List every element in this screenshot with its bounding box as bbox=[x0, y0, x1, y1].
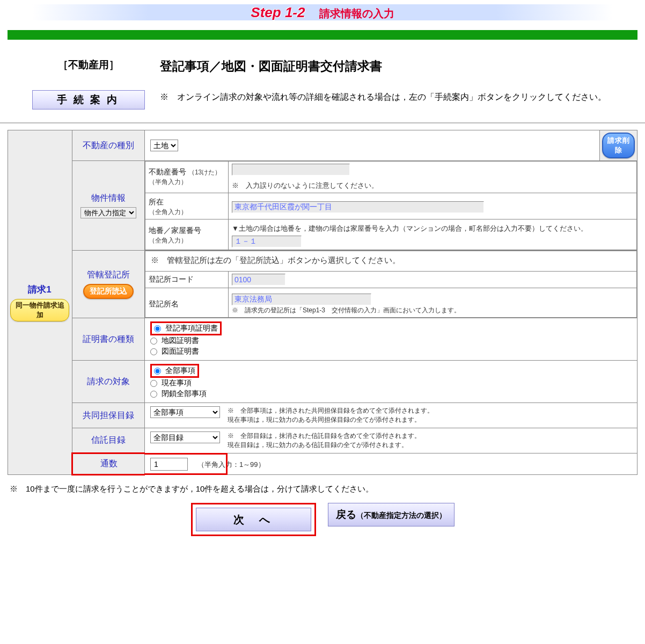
jurisdiction-note-bottom: ※ 請求先の登記所は「Step1-3 交付情報の入力」画面において入力します。 bbox=[232, 306, 460, 314]
target-value-cell: 全部事項 現在事項 閉鎖全部事項 bbox=[145, 361, 637, 403]
next-button[interactable]: 次へ bbox=[196, 508, 311, 531]
location-sub: （全角入力） bbox=[149, 208, 187, 216]
cert-opt1-radio[interactable] bbox=[154, 325, 161, 332]
jurisdiction-value-cell: ※ 管轄登記所は左の「登記所読込」ボタンから選択してください。 登記所コード 登… bbox=[145, 251, 637, 318]
target-opt1-radio[interactable] bbox=[154, 368, 161, 375]
trust-note: ※ 全部目録は，抹消された信託目録を含めて全て添付されます。 現在目録は，現に効… bbox=[228, 431, 421, 450]
cert-opt2-label: 地図証明書 bbox=[162, 336, 199, 346]
location-input[interactable] bbox=[232, 201, 484, 213]
target-label-cell: 請求の対象 bbox=[72, 361, 145, 403]
joint-note: ※ 全部事項は，抹消された共同担保目録を含めて全て添付されます。 現在事項は，現… bbox=[228, 406, 434, 425]
property-value-cell: 不動産番号 （13けた） （半角入力） ※ 入力誤りのないように注意してください… bbox=[145, 161, 637, 251]
kind-value-cell: 土地 bbox=[145, 130, 600, 161]
trust-select[interactable]: 全部目録 bbox=[150, 431, 220, 443]
property-label: 物件情報 bbox=[75, 193, 142, 204]
cert-type-label-cell: 証明書の種類 bbox=[72, 318, 145, 361]
trust-label: 信託目録 bbox=[91, 435, 126, 444]
lot-label: 地番／家屋番号 bbox=[149, 226, 201, 235]
guide-button[interactable]: 手続案内 bbox=[32, 90, 145, 109]
lot-note: ▼土地の場合は地番を，建物の場合は家屋番号を入力（マンションの場合，町名部分は入… bbox=[232, 224, 633, 233]
back-button[interactable]: 戻る（不動産指定方法の選択） bbox=[328, 503, 455, 526]
step-title: Step 1-2 bbox=[251, 4, 305, 20]
footer-note: ※ 10件まで一度に請求を行うことができますが，10件を超える場合は，分けて請求… bbox=[10, 484, 635, 494]
header-note: ※ オンライン請求の対象や流れ等の詳細を確認される場合は，左の「手続案内」ボタン… bbox=[160, 90, 613, 105]
trust-value-cell: 全部目録 ※ 全部目録は，抹消された信託目録を含めて全て添付されます。 現在目録… bbox=[145, 428, 637, 453]
jurisdiction-note-top: ※ 管轄登記所は左の「登記所読込」ボタンから選択してください。 bbox=[151, 255, 400, 265]
cert-opt2-row[interactable]: 地図証明書 bbox=[150, 335, 632, 346]
cert-type-label: 証明書の種類 bbox=[83, 334, 134, 343]
target-label: 請求の対象 bbox=[87, 377, 130, 386]
office-name-label: 登記所名 bbox=[149, 299, 179, 308]
step-subtitle: 請求情報の入力 bbox=[319, 8, 394, 19]
property-label-cell: 物件情報 物件入力指定 bbox=[72, 161, 145, 251]
request-table: 請求1 同一物件請求追加 不動産の種別 土地 請求削除 物件情報 物件入力指定 bbox=[8, 130, 637, 475]
step-banner: Step 1-2 請求情報の入力 bbox=[32, 4, 613, 20]
property-mode-select[interactable]: 物件入力指定 bbox=[80, 207, 136, 218]
form-title: 登記事項／地図・図面証明書交付請求書 bbox=[160, 58, 613, 75]
divider bbox=[0, 122, 645, 123]
copies-value-cell: （半角入力：1～99） bbox=[145, 453, 637, 475]
prop-number-label: 不動産番号 bbox=[149, 167, 186, 176]
office-code-input[interactable] bbox=[232, 274, 285, 286]
office-name-input[interactable] bbox=[232, 294, 371, 305]
copies-label-cell: 通数 bbox=[72, 453, 145, 475]
target-opt2-label: 現在事項 bbox=[162, 378, 192, 388]
same-property-add-button[interactable]: 同一物件請求追加 bbox=[10, 299, 69, 321]
cert-opt1-label: 登記事項証明書 bbox=[165, 324, 218, 333]
target-opt3-radio[interactable] bbox=[150, 391, 157, 398]
cert-opt3-row[interactable]: 図面証明書 bbox=[150, 346, 632, 357]
back-sub: （不動産指定方法の選択） bbox=[356, 511, 446, 519]
cert-opt2-radio[interactable] bbox=[150, 338, 157, 345]
lot-sub: （全角入力） bbox=[149, 237, 187, 244]
target-opt1-label: 全部事項 bbox=[165, 366, 195, 376]
next-highlight: 次へ bbox=[191, 503, 316, 536]
joint-label: 共同担保目録 bbox=[83, 411, 134, 420]
copies-label: 通数 bbox=[100, 459, 118, 468]
target-opt3-label: 閉鎖全部事項 bbox=[162, 389, 207, 399]
joint-select[interactable]: 全部事項 bbox=[150, 406, 220, 418]
section-bar bbox=[8, 30, 637, 40]
trust-label-cell: 信託目録 bbox=[72, 428, 145, 453]
prop-number-sub: （半角入力） bbox=[149, 178, 187, 186]
joint-label-cell: 共同担保目録 bbox=[72, 403, 145, 428]
office-code-label: 登記所コード bbox=[149, 275, 194, 283]
joint-value-cell: 全部事項 ※ 全部事項は，抹消された共同担保目録を含めて全て添付されます。 現在… bbox=[145, 403, 637, 428]
request-cell: 請求1 同一物件請求追加 bbox=[8, 130, 72, 475]
load-office-button[interactable]: 登記所読込 bbox=[83, 284, 134, 299]
target-opt2-row[interactable]: 現在事項 bbox=[150, 378, 632, 389]
prop-number-hint: （13けた） bbox=[188, 169, 221, 176]
jurisdiction-label: 管轄登記所 bbox=[75, 269, 142, 281]
prop-number-input[interactable] bbox=[232, 164, 350, 175]
delete-cell: 請求削除 bbox=[600, 130, 637, 161]
back-label: 戻る bbox=[336, 509, 356, 520]
cert-opt3-radio[interactable] bbox=[150, 348, 157, 355]
kind-label: 不動産の種別 bbox=[83, 141, 134, 150]
location-label: 所在 bbox=[149, 197, 164, 206]
target-opt2-radio[interactable] bbox=[150, 380, 157, 387]
request-label: 請求1 bbox=[10, 283, 69, 296]
cert-opt1-row[interactable]: 登記事項証明書 bbox=[154, 323, 218, 334]
bracket-title: ［不動産用］ bbox=[32, 58, 145, 72]
prop-number-note: ※ 入力誤りのないように注意してください。 bbox=[232, 181, 633, 191]
jurisdiction-label-cell: 管轄登記所 登記所読込 bbox=[72, 251, 145, 318]
target-opt3-row[interactable]: 閉鎖全部事項 bbox=[150, 389, 632, 399]
cert-opt3-label: 図面証明書 bbox=[162, 347, 199, 356]
kind-select[interactable]: 土地 bbox=[150, 140, 178, 151]
kind-label-cell: 不動産の種別 bbox=[72, 130, 145, 161]
copies-input[interactable] bbox=[150, 458, 188, 471]
lot-input[interactable] bbox=[232, 236, 302, 247]
delete-request-button[interactable]: 請求削除 bbox=[602, 133, 635, 158]
copies-hint: （半角入力：1～99） bbox=[197, 460, 265, 469]
target-opt1-row[interactable]: 全部事項 bbox=[154, 365, 195, 376]
cert-type-value-cell: 登記事項証明書 地図証明書 図面証明書 bbox=[145, 318, 637, 361]
